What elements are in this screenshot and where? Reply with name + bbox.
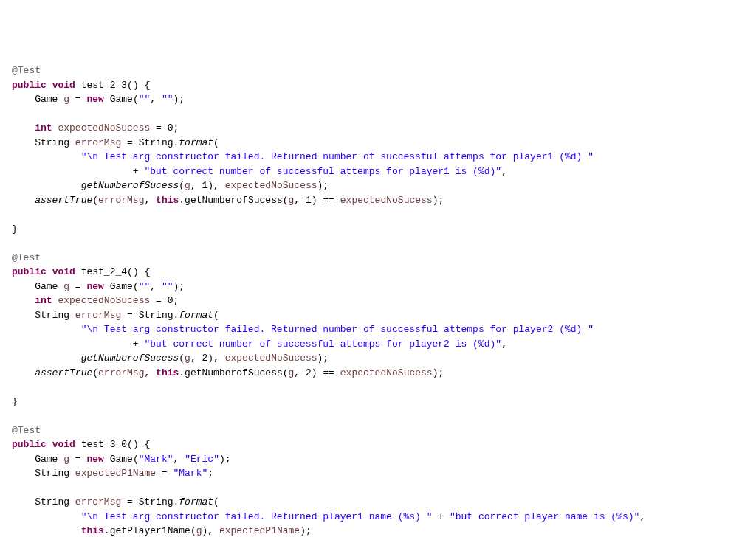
semi: ; bbox=[323, 180, 329, 191]
num-two: 2 bbox=[306, 367, 312, 378]
comma: , bbox=[150, 281, 162, 292]
keyword-void: void bbox=[52, 266, 75, 277]
paren-open: ( bbox=[283, 367, 289, 378]
call-getNumberofSucess: getNumberofSucess bbox=[185, 367, 283, 378]
paren-close: ) bbox=[219, 454, 225, 465]
keyword-int: int bbox=[35, 122, 52, 134]
ctor-game: Game bbox=[110, 281, 133, 292]
dot: . bbox=[104, 525, 110, 536]
keyword-int: int bbox=[35, 295, 52, 306]
op-eq: = bbox=[150, 295, 167, 306]
comma: , bbox=[144, 367, 156, 378]
comma: , bbox=[213, 180, 225, 191]
call-format: format bbox=[179, 310, 213, 321]
keyword-new: new bbox=[86, 454, 103, 465]
paren-open: ( bbox=[127, 439, 133, 450]
call-getPlayer1Name: getPlayer1Name bbox=[110, 525, 190, 536]
keyword-public: public bbox=[12, 80, 47, 91]
paren-open: ( bbox=[133, 94, 139, 105]
op-plus: + bbox=[433, 511, 450, 522]
paren-open: ( bbox=[213, 496, 219, 507]
brace-close: } bbox=[12, 396, 18, 407]
keyword-new: new bbox=[86, 94, 103, 105]
type-string: String bbox=[139, 137, 173, 148]
type-game: Game bbox=[35, 281, 58, 292]
brace-open: { bbox=[145, 439, 151, 450]
op-eq: = bbox=[156, 468, 173, 479]
op-deq: == bbox=[317, 367, 340, 378]
keyword-this: this bbox=[156, 367, 179, 378]
paren-close: ) bbox=[133, 266, 139, 277]
paren-open: ( bbox=[283, 195, 289, 206]
string-msg-p1b: "but correct number of successful attemp… bbox=[144, 166, 501, 177]
var-expectedP1Name: expectedP1Name bbox=[75, 468, 156, 479]
var-errorMsg: errorMsg bbox=[75, 137, 121, 148]
type-game: Game bbox=[35, 94, 58, 105]
call-format: format bbox=[179, 137, 213, 148]
paren-open: ( bbox=[190, 525, 196, 536]
var-g: g bbox=[63, 281, 69, 292]
semi: ; bbox=[306, 525, 312, 536]
string-mark: "Mark" bbox=[173, 468, 207, 479]
semi: ; bbox=[179, 94, 185, 105]
keyword-this: this bbox=[81, 525, 104, 536]
keyword-void: void bbox=[52, 80, 75, 91]
op-eq: = bbox=[69, 281, 86, 292]
string-msg-p1a: "\n Test arg constructor failed. Returne… bbox=[81, 151, 594, 162]
type-string: String bbox=[35, 137, 69, 148]
dot: . bbox=[179, 367, 185, 378]
paren-open: ( bbox=[127, 266, 133, 277]
arg-g: g bbox=[185, 353, 190, 364]
comma: , bbox=[144, 195, 156, 206]
ctor-game: Game bbox=[110, 454, 133, 465]
paren-open: ( bbox=[179, 353, 185, 364]
brace-close: } bbox=[12, 224, 18, 235]
paren-open: ( bbox=[213, 310, 219, 321]
var-expectedNoSucess: expectedNoSucess bbox=[58, 122, 150, 134]
comma: , bbox=[294, 195, 306, 206]
keyword-void: void bbox=[52, 439, 75, 450]
op-eq: = bbox=[69, 94, 86, 105]
keyword-new: new bbox=[86, 281, 103, 292]
call-getNumberofSucess: getNumberofSucess bbox=[81, 180, 179, 191]
var-g: g bbox=[63, 94, 69, 105]
semi: ; bbox=[207, 468, 213, 479]
comma-nl: , bbox=[639, 511, 645, 522]
var-expectedNoSucess: expectedNoSucess bbox=[58, 295, 150, 306]
paren-close: ) bbox=[312, 195, 317, 206]
call-assertTrue: assertTrue bbox=[35, 195, 92, 206]
paren-open: ( bbox=[92, 195, 98, 206]
paren-close: ) bbox=[207, 180, 213, 191]
type-string: String bbox=[35, 496, 69, 507]
arg-g: g bbox=[185, 180, 190, 191]
string-eric: "Eric" bbox=[185, 454, 219, 465]
type-string: String bbox=[35, 310, 69, 321]
paren-open: ( bbox=[92, 367, 98, 378]
string-empty: "" bbox=[162, 281, 173, 292]
num-one: 1 bbox=[306, 195, 312, 206]
keyword-public: public bbox=[12, 266, 47, 277]
arg-expectedNoSucess: expectedNoSucess bbox=[225, 353, 317, 364]
semi: ; bbox=[438, 367, 444, 378]
op-deq: == bbox=[317, 195, 340, 206]
paren-close: ) bbox=[312, 367, 317, 378]
op-eq: = bbox=[150, 122, 167, 134]
type-string: String bbox=[139, 496, 173, 507]
paren-open: ( bbox=[179, 180, 185, 191]
arg-expectedP1Name: expectedP1Name bbox=[219, 525, 300, 536]
annotation: @Test bbox=[12, 425, 41, 436]
brace-open: { bbox=[145, 266, 151, 277]
keyword-public: public bbox=[12, 439, 47, 450]
comma: , bbox=[207, 525, 219, 536]
semi: ; bbox=[438, 195, 444, 206]
type-string: String bbox=[35, 468, 69, 479]
arg-errorMsg: errorMsg bbox=[98, 195, 144, 206]
string-name-b: "but correct player name is (%s)" bbox=[450, 511, 639, 522]
comma: , bbox=[190, 180, 202, 191]
op-eq: = bbox=[121, 310, 138, 321]
ctor-game: Game bbox=[110, 94, 133, 105]
string-name-a: "\n Test arg constructor failed. Returne… bbox=[81, 511, 433, 522]
semi: ; bbox=[173, 122, 179, 134]
dot: . bbox=[179, 195, 185, 206]
semi: ; bbox=[225, 454, 231, 465]
